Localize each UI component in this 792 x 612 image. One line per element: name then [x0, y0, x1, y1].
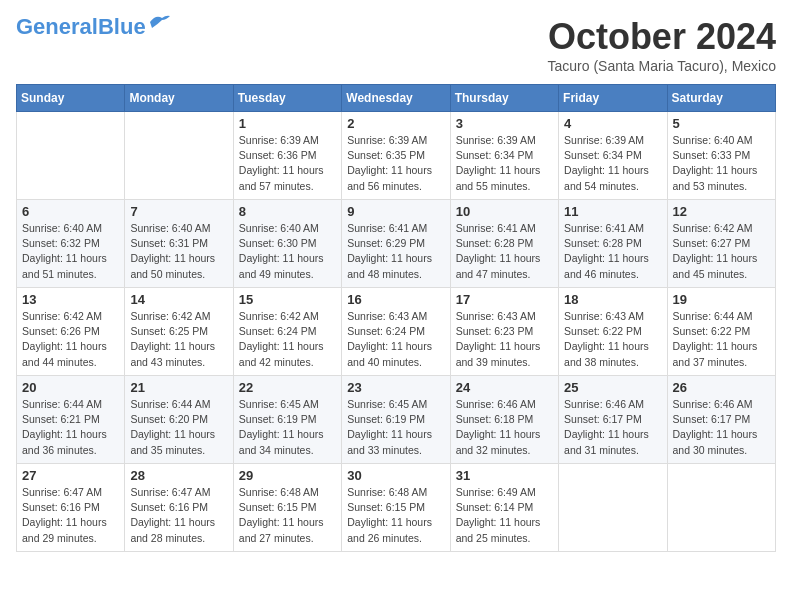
daylight-label: Daylight:	[564, 428, 605, 440]
logo-text: GeneralBlue	[16, 16, 146, 38]
sunrise-label: Sunrise:	[673, 134, 712, 146]
sunrise-label: Sunrise:	[22, 310, 61, 322]
calendar-cell	[559, 464, 667, 552]
calendar-week-3: 13 Sunrise: 6:42 AM Sunset: 6:26 PM Dayl…	[17, 288, 776, 376]
logo-general: General	[16, 14, 98, 39]
sunrise-label: Sunrise:	[22, 222, 61, 234]
daylight-label: Daylight:	[564, 164, 605, 176]
daylight-label: Daylight:	[564, 340, 605, 352]
sunrise-label: Sunrise:	[564, 310, 603, 322]
daylight-label: Daylight:	[239, 428, 280, 440]
sunset-label: Sunset:	[130, 237, 166, 249]
weekday-header-row: SundayMondayTuesdayWednesdayThursdayFrid…	[17, 85, 776, 112]
calendar-week-1: 1 Sunrise: 6:39 AM Sunset: 6:36 PM Dayli…	[17, 112, 776, 200]
day-number: 13	[22, 292, 119, 307]
sunset-label: Sunset:	[456, 149, 492, 161]
day-info: Sunrise: 6:40 AM Sunset: 6:32 PM Dayligh…	[22, 221, 119, 282]
sunrise-label: Sunrise:	[239, 310, 278, 322]
sunrise-label: Sunrise:	[564, 398, 603, 410]
calendar-cell: 5 Sunrise: 6:40 AM Sunset: 6:33 PM Dayli…	[667, 112, 775, 200]
calendar-cell: 26 Sunrise: 6:46 AM Sunset: 6:17 PM Dayl…	[667, 376, 775, 464]
calendar-cell: 25 Sunrise: 6:46 AM Sunset: 6:17 PM Dayl…	[559, 376, 667, 464]
sunrise-label: Sunrise:	[564, 222, 603, 234]
calendar-cell	[17, 112, 125, 200]
daylight-label: Daylight:	[456, 252, 497, 264]
day-number: 26	[673, 380, 770, 395]
day-info: Sunrise: 6:46 AM Sunset: 6:18 PM Dayligh…	[456, 397, 553, 458]
sunset-label: Sunset:	[456, 325, 492, 337]
calendar-cell: 7 Sunrise: 6:40 AM Sunset: 6:31 PM Dayli…	[125, 200, 233, 288]
day-info: Sunrise: 6:39 AM Sunset: 6:34 PM Dayligh…	[564, 133, 661, 194]
sunrise-label: Sunrise:	[130, 222, 169, 234]
calendar-cell: 23 Sunrise: 6:45 AM Sunset: 6:19 PM Dayl…	[342, 376, 450, 464]
day-info: Sunrise: 6:41 AM Sunset: 6:28 PM Dayligh…	[456, 221, 553, 282]
sunrise-label: Sunrise:	[456, 134, 495, 146]
day-info: Sunrise: 6:48 AM Sunset: 6:15 PM Dayligh…	[239, 485, 336, 546]
calendar-cell: 27 Sunrise: 6:47 AM Sunset: 6:16 PM Dayl…	[17, 464, 125, 552]
day-info: Sunrise: 6:40 AM Sunset: 6:31 PM Dayligh…	[130, 221, 227, 282]
day-number: 28	[130, 468, 227, 483]
daylight-label: Daylight:	[130, 428, 171, 440]
day-info: Sunrise: 6:49 AM Sunset: 6:14 PM Dayligh…	[456, 485, 553, 546]
day-number: 15	[239, 292, 336, 307]
sunset-label: Sunset:	[456, 237, 492, 249]
sunset-label: Sunset:	[347, 325, 383, 337]
daylight-label: Daylight:	[130, 340, 171, 352]
sunset-label: Sunset:	[239, 237, 275, 249]
weekday-header-thursday: Thursday	[450, 85, 558, 112]
sunrise-label: Sunrise:	[347, 486, 386, 498]
day-number: 5	[673, 116, 770, 131]
day-info: Sunrise: 6:45 AM Sunset: 6:19 PM Dayligh…	[239, 397, 336, 458]
day-info: Sunrise: 6:45 AM Sunset: 6:19 PM Dayligh…	[347, 397, 444, 458]
sunrise-label: Sunrise:	[239, 222, 278, 234]
day-number: 24	[456, 380, 553, 395]
daylight-label: Daylight:	[456, 428, 497, 440]
day-info: Sunrise: 6:39 AM Sunset: 6:34 PM Dayligh…	[456, 133, 553, 194]
day-number: 1	[239, 116, 336, 131]
month-title: October 2024	[548, 16, 777, 58]
calendar-cell: 19 Sunrise: 6:44 AM Sunset: 6:22 PM Dayl…	[667, 288, 775, 376]
calendar-cell: 20 Sunrise: 6:44 AM Sunset: 6:21 PM Dayl…	[17, 376, 125, 464]
daylight-label: Daylight:	[673, 252, 714, 264]
sunrise-label: Sunrise:	[22, 486, 61, 498]
daylight-label: Daylight:	[130, 516, 171, 528]
daylight-label: Daylight:	[673, 428, 714, 440]
day-number: 9	[347, 204, 444, 219]
sunrise-label: Sunrise:	[673, 398, 712, 410]
calendar-week-2: 6 Sunrise: 6:40 AM Sunset: 6:32 PM Dayli…	[17, 200, 776, 288]
day-number: 11	[564, 204, 661, 219]
day-info: Sunrise: 6:39 AM Sunset: 6:36 PM Dayligh…	[239, 133, 336, 194]
calendar-cell: 18 Sunrise: 6:43 AM Sunset: 6:22 PM Dayl…	[559, 288, 667, 376]
daylight-label: Daylight:	[239, 516, 280, 528]
sunset-label: Sunset:	[456, 501, 492, 513]
logo: GeneralBlue	[16, 16, 170, 38]
sunrise-label: Sunrise:	[673, 310, 712, 322]
calendar-cell	[667, 464, 775, 552]
sunset-label: Sunset:	[347, 149, 383, 161]
weekday-header-saturday: Saturday	[667, 85, 775, 112]
daylight-label: Daylight:	[347, 428, 388, 440]
day-info: Sunrise: 6:41 AM Sunset: 6:29 PM Dayligh…	[347, 221, 444, 282]
day-number: 23	[347, 380, 444, 395]
sunset-label: Sunset:	[673, 149, 709, 161]
day-number: 25	[564, 380, 661, 395]
sunrise-label: Sunrise:	[564, 134, 603, 146]
day-number: 10	[456, 204, 553, 219]
logo-blue: Blue	[98, 14, 146, 39]
calendar-cell: 3 Sunrise: 6:39 AM Sunset: 6:34 PM Dayli…	[450, 112, 558, 200]
sunset-label: Sunset:	[130, 501, 166, 513]
day-number: 7	[130, 204, 227, 219]
day-info: Sunrise: 6:42 AM Sunset: 6:27 PM Dayligh…	[673, 221, 770, 282]
daylight-label: Daylight:	[456, 164, 497, 176]
day-info: Sunrise: 6:44 AM Sunset: 6:21 PM Dayligh…	[22, 397, 119, 458]
weekday-header-monday: Monday	[125, 85, 233, 112]
calendar-cell: 10 Sunrise: 6:41 AM Sunset: 6:28 PM Dayl…	[450, 200, 558, 288]
day-number: 27	[22, 468, 119, 483]
daylight-label: Daylight:	[130, 252, 171, 264]
sunset-label: Sunset:	[347, 413, 383, 425]
day-number: 8	[239, 204, 336, 219]
sunset-label: Sunset:	[564, 413, 600, 425]
sunrise-label: Sunrise:	[347, 310, 386, 322]
calendar-cell: 8 Sunrise: 6:40 AM Sunset: 6:30 PM Dayli…	[233, 200, 341, 288]
day-info: Sunrise: 6:42 AM Sunset: 6:24 PM Dayligh…	[239, 309, 336, 370]
